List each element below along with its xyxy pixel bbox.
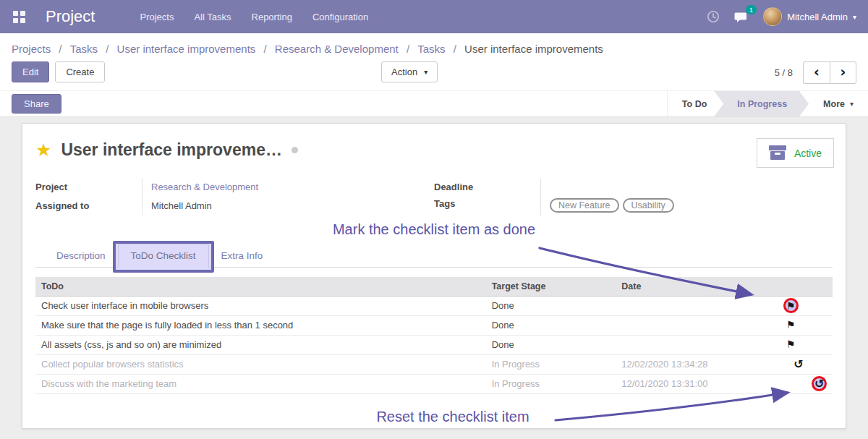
menu-item-projects[interactable]: Projects — [140, 9, 174, 25]
project-field-value[interactable]: Research & Development — [142, 179, 434, 197]
tab-label: Extra Info — [221, 250, 263, 261]
action-label: Action — [391, 67, 417, 77]
assigned-field-value: Mitchell Admin — [142, 197, 434, 216]
status-bar: Share To DoIn ProgressMore▾ — [0, 90, 868, 117]
tab-extra-info[interactable]: Extra Info — [209, 244, 276, 267]
apps-menu-icon[interactable] — [13, 11, 25, 23]
todo-checklist-table: ToDoTarget StageDate Check user interfac… — [35, 277, 833, 394]
annotation-mark-done: Mark the checklist item as done — [35, 221, 833, 240]
breadcrumb-link-user-interface-improvements[interactable]: User interface improvements — [117, 43, 256, 55]
tab-todo-checklist[interactable]: ToDo Checklist — [118, 244, 209, 268]
cell-todo[interactable]: Discuss with the marketing team — [35, 374, 486, 393]
cell-todo[interactable]: Make sure that the page is fully loaded … — [35, 315, 486, 335]
column-header-icon-a — [775, 277, 807, 296]
tag-pill-new-feature[interactable]: New Feature — [550, 198, 619, 213]
create-button[interactable]: Create — [55, 61, 105, 82]
cell-icon-b — [807, 335, 833, 354]
flag-icon[interactable]: ⚑ — [786, 338, 796, 350]
edit-button[interactable]: Edit — [12, 61, 49, 82]
chevron-down-icon: ▾ — [424, 68, 427, 76]
stage-label: To Do — [682, 99, 707, 109]
cell-icon-b — [807, 354, 833, 374]
user-name: Mitchell Admin — [787, 12, 848, 22]
cell-date: 12/01/2020 13:31:00 — [616, 374, 775, 393]
control-panel: Edit Create Action ▾ 5 / 8 ‹ › — [0, 57, 868, 90]
breadcrumb-link-tasks[interactable]: Tasks — [417, 43, 445, 55]
task-title-row: ★ User interface improveme… — [35, 137, 833, 163]
stage-to-do[interactable]: To Do — [668, 91, 721, 116]
activities-clock-icon[interactable] — [707, 10, 720, 23]
pager-buttons: ‹ › — [803, 61, 856, 84]
stage-in-progress[interactable]: In Progress — [714, 91, 809, 116]
field-group-left: Project Research & Development Assigned … — [35, 179, 434, 216]
favorite-star-icon[interactable]: ★ — [35, 141, 51, 159]
cell-icon-b: ↺ — [807, 374, 833, 393]
checklist-row: Make sure that the page is fully loaded … — [35, 315, 833, 335]
user-menu[interactable]: Mitchell Admin ▾ — [763, 7, 856, 26]
flag-icon[interactable]: ⚑ — [786, 319, 796, 331]
breadcrumb-link-projects[interactable]: Projects — [12, 43, 51, 55]
cell-icon-b — [807, 315, 833, 335]
table-header-row: ToDoTarget StageDate — [35, 277, 833, 296]
tab-description[interactable]: Description — [44, 244, 118, 267]
column-header-todo[interactable]: ToDo — [35, 277, 486, 296]
form-view-area: ★ User interface improveme… Active Proje… — [0, 117, 868, 439]
breadcrumb-separator: / — [260, 43, 270, 55]
flag-icon[interactable]: ⚑ — [786, 301, 796, 311]
reset-icon[interactable]: ↺ — [793, 357, 803, 371]
cell-icon-a — [775, 374, 807, 393]
breadcrumb-link-research-development[interactable]: Research & Development — [275, 43, 399, 55]
task-title: User interface improveme… — [61, 140, 282, 160]
breadcrumb: Projects / Tasks / User interface improv… — [12, 43, 856, 55]
deadline-field-label: Deadline — [434, 179, 541, 195]
cell-target-stage: In Progress — [486, 374, 616, 393]
cell-icon-a: ↺ — [775, 354, 807, 374]
column-header-icon-b — [807, 277, 833, 296]
pager-next-button[interactable]: › — [830, 61, 856, 84]
title-cursor-dot — [292, 147, 298, 153]
stage-more[interactable]: More▾ — [809, 91, 868, 116]
task-form-card: ★ User interface improveme… Active Proje… — [22, 123, 846, 429]
column-header-date[interactable]: Date — [616, 277, 775, 296]
cell-todo[interactable]: Collect popular browsers statistics — [35, 354, 486, 374]
cell-target-stage: In Progress — [486, 354, 616, 374]
menu-item-configuration[interactable]: Configuration — [312, 9, 368, 25]
active-status-badge: Active — [757, 138, 834, 168]
tags-field-value: New FeatureUsability — [541, 195, 833, 216]
cell-target-stage: Done — [486, 335, 616, 354]
reset-icon[interactable]: ↺ — [814, 378, 824, 390]
tags-field-label: Tags — [434, 195, 541, 216]
cell-date — [616, 296, 775, 315]
column-header-target-stage[interactable]: Target Stage — [486, 277, 616, 296]
highlight-circle: ⚑ — [783, 298, 799, 313]
messages-bubble-icon[interactable]: 1 — [734, 11, 749, 23]
share-button[interactable]: Share — [12, 94, 61, 114]
menu-item-all-tasks[interactable]: All Tasks — [194, 9, 231, 25]
tag-pill-usability[interactable]: Usability — [623, 198, 674, 213]
breadcrumb-link-tasks[interactable]: Tasks — [70, 43, 98, 55]
field-group-right: Deadline Tags New FeatureUsability — [434, 179, 833, 216]
cell-target-stage: Done — [486, 315, 616, 335]
navbar-systray: 1 Mitchell Admin ▾ — [707, 7, 856, 26]
stage-label: In Progress — [737, 99, 787, 109]
breadcrumb-separator: / — [56, 43, 65, 55]
pager-count: 5 / 8 — [775, 67, 793, 78]
cell-todo[interactable]: All assets (css, js and so on) are minim… — [35, 335, 486, 354]
main-menu: ProjectsAll TasksReportingConfiguration — [140, 9, 368, 25]
app-brand[interactable]: Project — [46, 7, 95, 26]
assigned-field-label: Assigned to — [35, 197, 142, 216]
chevron-down-icon: ▾ — [853, 13, 856, 21]
checklist-row: Discuss with the marketing teamIn Progre… — [35, 374, 833, 393]
pager-prev-button[interactable]: ‹ — [803, 61, 830, 84]
action-dropdown[interactable]: Action ▾ — [381, 61, 438, 82]
cell-icon-b — [807, 296, 833, 315]
stage-label: More — [823, 99, 845, 109]
checklist-row: All assets (css, js and so on) are minim… — [35, 335, 833, 354]
breadcrumb-separator: / — [103, 43, 112, 55]
cell-icon-a: ⚑ — [775, 315, 807, 335]
checklist-row: Collect popular browsers statisticsIn Pr… — [35, 354, 833, 374]
menu-item-reporting[interactable]: Reporting — [252, 9, 292, 25]
cell-target-stage: Done — [486, 296, 616, 315]
chevron-down-icon: ▾ — [850, 100, 854, 108]
cell-todo[interactable]: Check user interface in mobile browsers — [35, 296, 486, 315]
